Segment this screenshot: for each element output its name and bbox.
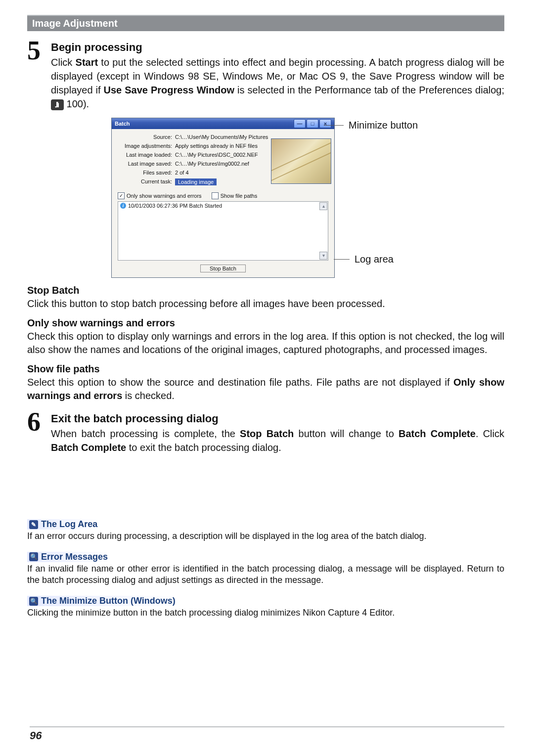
batch-dialog-titlebar: Batch — □ × [112, 118, 334, 129]
def-only-show-warnings: Only show warnings and errors Check this… [27, 317, 504, 356]
note-body: If an invalid file name or other error i… [27, 563, 504, 586]
checkbox-label: Only show warnings and errors [127, 193, 202, 199]
step-body: Begin processing Click Start to put the … [51, 40, 504, 111]
step-number: 6 [27, 411, 47, 454]
log-area: i 10/01/2003 06:27:36 PM Batch Started [118, 201, 328, 261]
step-5: 5 Begin processing Click Start to put th… [27, 40, 504, 111]
label: Last image saved: [118, 161, 172, 167]
label: Image adjustments: [118, 143, 172, 149]
scroll-up-button[interactable] [319, 202, 327, 210]
def-title: Only show warnings and errors [27, 317, 504, 329]
text: When batch processing is complete, the [51, 428, 240, 439]
step-6: 6 Exit the batch processing dialog When … [27, 411, 504, 454]
value: C:\…\User\My Documents\My Pictures [175, 134, 268, 140]
label: Last image loaded: [118, 152, 172, 158]
only-show-warnings-checkbox[interactable]: ✓ [118, 192, 125, 199]
value: C:\…\My Pictures\Img0002.nef [175, 161, 249, 167]
dialog-title: Batch [115, 121, 130, 127]
step-title: Exit the batch processing dialog [51, 411, 504, 427]
note-body: Clicking the minimize button in the batc… [27, 607, 504, 619]
page-reference-icon [51, 99, 64, 110]
note-title: The Minimize Button (Windows) [41, 596, 176, 606]
callout-log-area: Log area [355, 254, 394, 265]
step-title: Begin processing [51, 40, 504, 55]
log-line: 10/01/2003 06:27:36 PM Batch Started [128, 203, 222, 209]
text: to exit the batch processing dialog. [126, 442, 281, 453]
callout-minimize-button: Minimize button [349, 120, 418, 131]
step-number: 5 [27, 40, 47, 111]
text: is selected in the Performance tab of th… [234, 85, 504, 95]
step-body: Exit the batch processing dialog When ba… [51, 411, 504, 454]
value: Apply settings already in NEF files [175, 143, 258, 149]
label: Files saved: [118, 170, 172, 176]
preview-thumbnail [271, 138, 331, 184]
current-task-badge: Loading image [175, 178, 217, 185]
info-icon: i [120, 203, 126, 209]
batch-dialog-screenshot: Batch — □ × Source:C:\…\User\My Document… [111, 118, 467, 278]
checkbox-row: ✓ Only show warnings and errors Show fil… [118, 192, 328, 199]
page-number: 96 [30, 729, 42, 742]
text: Click [51, 57, 76, 68]
show-file-paths-checkbox[interactable] [212, 192, 219, 199]
value: C:\…\My Pictures\DSC_0002.NEF [175, 152, 258, 158]
text: . Click [476, 428, 504, 439]
note-title: Error Messages [41, 552, 108, 562]
checkbox-label: Show file paths [221, 193, 258, 199]
text-bold: Batch Complete [51, 442, 126, 453]
section-header: Image Adjustment [27, 15, 504, 31]
text: button will change to [294, 428, 399, 439]
note-minimize-button: 🔍The Minimize Button (Windows) Clicking … [27, 595, 504, 619]
def-body: Check this option to display only warnin… [27, 330, 504, 356]
def-body: Click this button to stop batch processi… [27, 297, 504, 311]
magnifier-icon: 🔍 [29, 597, 38, 606]
scroll-down-button[interactable] [319, 252, 327, 260]
text-bold: Use Save Progress Window [104, 85, 235, 95]
def-title: Show file paths [27, 363, 504, 375]
note-log-area: ✎The Log Area If an error occurs during … [27, 519, 504, 542]
label: Current task: [118, 178, 172, 185]
text-bold: Stop Batch [240, 428, 294, 439]
def-show-file-paths: Show file paths Select this option to sh… [27, 363, 504, 402]
text-bold: Start [76, 57, 98, 68]
def-body: Select this option to show the source an… [27, 376, 504, 402]
text: 100). [64, 98, 89, 109]
note-body: If an error occurs during processing, a … [27, 531, 504, 542]
pencil-icon: ✎ [29, 520, 38, 529]
page-rule [30, 726, 504, 727]
text-bold: Batch Complete [399, 428, 476, 439]
value: 2 of 4 [175, 170, 189, 176]
def-stop-batch: Stop Batch Click this button to stop bat… [27, 285, 504, 311]
def-title: Stop Batch [27, 285, 504, 296]
note-title: The Log Area [41, 519, 97, 530]
note-error-messages: 🔍Error Messages If an invalid file name … [27, 551, 504, 586]
label: Source: [118, 134, 172, 140]
minimize-button[interactable]: — [294, 119, 306, 128]
magnifier-icon: 🔍 [29, 552, 38, 561]
stop-batch-button[interactable]: Stop Batch [200, 265, 246, 272]
maximize-button[interactable]: □ [307, 119, 318, 128]
